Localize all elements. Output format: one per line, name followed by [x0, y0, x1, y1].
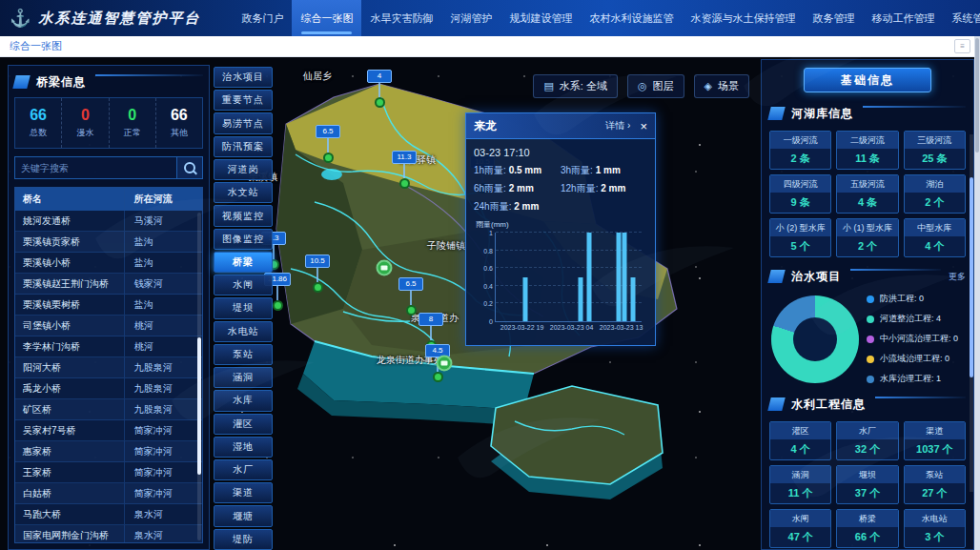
table-row[interactable]: 马跑大桥泉水河 — [15, 504, 202, 525]
layer-menu-item-18[interactable]: 水厂 — [214, 459, 273, 480]
marker-dot — [323, 153, 334, 163]
legend-label: 小流域治理工程: 0 — [880, 353, 949, 365]
scrollbar-thumb[interactable] — [970, 177, 973, 377]
work-card-label: 渠道 — [905, 422, 965, 439]
layer-menu-item-11[interactable]: 堤坝 — [214, 297, 273, 318]
bridge-name-cell: 栗溪镇贡家桥 — [15, 235, 124, 249]
layer-menu-item-6[interactable]: 水文站 — [214, 182, 273, 203]
river-card-label: 中型水库 — [905, 219, 965, 236]
camera-marker-icon[interactable] — [437, 356, 453, 372]
layer-menu-item-21[interactable]: 堤防 — [214, 529, 273, 550]
scrollbar-thumb[interactable] — [197, 337, 201, 475]
nav-tab-7[interactable]: 水资源与水土保持管理 — [682, 0, 804, 36]
marker-dot — [399, 178, 410, 189]
bridge-name-cell: 阳河大桥 — [15, 361, 124, 375]
metric-label: 24h雨量: — [474, 201, 514, 212]
water-level-marker[interactable]: 10.5 — [305, 250, 330, 293]
search-button[interactable] — [177, 156, 203, 179]
marker-dot — [273, 300, 283, 311]
bridge-table-scrollbar[interactable] — [197, 213, 201, 540]
water-level-marker[interactable]: 6.5 — [316, 120, 340, 163]
nav-tab-10[interactable]: 系统管理 — [943, 0, 980, 36]
layer-menu-item-20[interactable]: 堰塘 — [214, 505, 273, 526]
rain-metric: 6h雨量: 2 mm — [474, 182, 561, 195]
layer-menu-item-2[interactable]: 重要节点 — [214, 90, 273, 111]
layer-menu-item-13[interactable]: 泵站 — [214, 344, 273, 365]
water-level-marker[interactable]: 4 — [367, 65, 392, 108]
projects-more-link[interactable]: 更多 — [949, 271, 966, 283]
table-row[interactable]: 国家电网荆金门沟桥泉水河 — [15, 525, 202, 542]
layer-menu-item-8[interactable]: 图像监控 — [214, 229, 273, 250]
layer-menu-item-3[interactable]: 易涝节点 — [214, 112, 273, 133]
water-level-marker[interactable]: 11.3 — [392, 146, 417, 189]
river-name-cell: 简家冲河 — [124, 420, 202, 440]
layer-menu-item-10[interactable]: 水闸 — [214, 275, 273, 295]
table-row[interactable]: 吴家村7号桥简家冲河 — [15, 420, 202, 441]
layer-menu-item-9[interactable]: 桥梁 — [214, 252, 273, 273]
layer-menu-item-1[interactable]: 治水项目 — [214, 67, 273, 88]
table-row[interactable]: 姚河发通桥马溪河 — [15, 211, 202, 232]
right-panel-scrollbar[interactable] — [970, 134, 973, 492]
river-card-value: 2 个 — [905, 193, 965, 213]
nav-tab-3[interactable]: 水旱灾害防御 — [361, 0, 441, 36]
work-card-value: 4 个 — [770, 439, 830, 459]
work-card: 泵站27 个 — [904, 465, 966, 504]
panel-divider — [875, 397, 966, 398]
column-header-bridge-name: 桥名 — [15, 193, 124, 206]
metric-label: 1h雨量: — [474, 165, 509, 175]
layers-stack-icon: ▤ — [543, 80, 553, 92]
popup-details-link[interactable]: 详情 › — [605, 119, 630, 132]
work-card-value: 47 个 — [770, 527, 830, 547]
metric-value: 2 mm — [514, 201, 539, 212]
layer-menu-item-16[interactable]: 灌区 — [214, 414, 273, 435]
base-info-button[interactable]: 基础信息 — [804, 68, 931, 92]
nav-tab-1[interactable]: 政务门户 — [233, 0, 292, 36]
layers-button[interactable]: ◎图层 — [627, 74, 684, 98]
layer-menu-item-5[interactable]: 河道岗 — [214, 159, 273, 180]
table-row[interactable]: 矿区桥九股泉河 — [15, 399, 202, 420]
table-row[interactable]: 栗溪镇小桥盐沟 — [15, 253, 202, 274]
river-card: 五级河流4 条 — [836, 174, 898, 214]
search-input[interactable] — [14, 156, 177, 179]
projects-donut — [771, 295, 859, 383]
table-row[interactable]: 李学林门沟桥桃河 — [15, 336, 202, 357]
nav-tab-4[interactable]: 河湖管护 — [441, 0, 500, 36]
layer-menu-item-19[interactable]: 渠道 — [214, 482, 273, 503]
table-row[interactable]: 栗溪镇贡家桥盐沟 — [15, 232, 202, 253]
stat-value: 66 — [171, 107, 188, 124]
layer-menu-item-17[interactable]: 湿地 — [214, 437, 273, 458]
layer-menu-item-4[interactable]: 防汛预案 — [214, 136, 273, 157]
table-row[interactable]: 禹龙小桥九股泉河 — [15, 378, 202, 399]
legend-item: 河道整治工程: 4 — [867, 313, 966, 325]
bridge-stat: 66总数 — [15, 98, 62, 148]
table-row[interactable]: 白姑桥简家冲河 — [15, 483, 202, 504]
table-row[interactable]: 王家桥简家冲河 — [15, 462, 202, 483]
water-system-button[interactable]: ▤水系: 全域 — [533, 74, 618, 98]
table-row[interactable]: 惠家桥简家冲河 — [15, 441, 202, 462]
nav-tab-8[interactable]: 政务管理 — [804, 0, 863, 36]
nav-tab-5[interactable]: 规划建设管理 — [500, 0, 581, 36]
close-icon[interactable]: × — [640, 120, 647, 132]
table-row[interactable]: 栗溪镇赵王荆门沟桥钱家河 — [15, 274, 202, 295]
layer-menu-item-15[interactable]: 水库 — [214, 390, 273, 411]
layer-menu-item-14[interactable]: 涵洞 — [214, 367, 273, 388]
scrollbar-thumb[interactable] — [975, 38, 979, 153]
work-card: 水电站3 个 — [904, 509, 966, 548]
table-row[interactable]: 栗溪镇栗树桥盐沟 — [15, 295, 202, 316]
work-card-label: 水电站 — [905, 510, 965, 527]
projects-chart: 防洪工程: 0河道整治工程: 4中小河流治理工程: 0小流域治理工程: 0水库治… — [769, 293, 966, 385]
camera-marker-icon[interactable] — [377, 260, 393, 276]
table-row[interactable]: 阳河大桥九股泉河 — [15, 357, 202, 378]
scene-button[interactable]: ◈场景 — [694, 74, 749, 98]
layer-menu-item-12[interactable]: 水电站 — [214, 321, 273, 342]
layer-menu-item-7[interactable]: 视频监控 — [214, 205, 273, 226]
nav-tab-2[interactable]: 综合一张图 — [292, 0, 361, 36]
nav-tab-9[interactable]: 移动工作管理 — [863, 0, 943, 36]
table-row[interactable]: 司堡镇小桥桃河 — [15, 316, 202, 336]
nav-tab-6[interactable]: 农村水利设施监管 — [581, 0, 682, 36]
bridge-panel-title: 桥梁信息 — [36, 74, 86, 91]
subbar-menu-icon[interactable]: ≡ — [954, 39, 970, 53]
marker-badge: 10.5 — [305, 255, 330, 268]
work-card: 桥梁66 个 — [836, 509, 898, 548]
window-scrollbar[interactable] — [974, 36, 980, 550]
